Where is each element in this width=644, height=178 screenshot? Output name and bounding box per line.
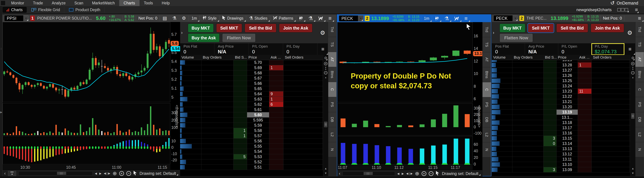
ppsi-tab-ps[interactable]: PS [328, 97, 336, 112]
ask-size-cell[interactable] [578, 120, 592, 125]
price-cell[interactable]: 13.22 [556, 94, 578, 99]
scroll-right-small-icon[interactable]: ▸ [402, 172, 404, 176]
ask-size-cell[interactable] [269, 86, 284, 91]
price-cell[interactable]: 13.09 [556, 167, 578, 172]
peck-tab-ps[interactable]: PS [482, 97, 491, 112]
scroll-left-icon[interactable]: ‹ [339, 172, 340, 176]
buy-orders-cell[interactable] [202, 97, 234, 102]
chevron-down-icon[interactable]: ▼ [23, 15, 28, 21]
bid-size-cell[interactable] [234, 97, 247, 102]
sell-orders-cell[interactable] [284, 128, 323, 133]
price-cell[interactable]: 5.54 [247, 149, 269, 154]
chart-scrollbar-thumb[interactable]: ||| [364, 172, 373, 175]
studies-menu[interactable]: ⚗Studies [246, 14, 270, 22]
price-cell[interactable]: 13.20 [556, 104, 578, 109]
sell-orders-cell[interactable] [592, 115, 630, 120]
bid-size-cell[interactable] [544, 73, 556, 78]
buy-orders-cell[interactable] [202, 160, 234, 165]
ask-size-cell[interactable] [269, 70, 284, 75]
bid-size-cell[interactable] [234, 160, 247, 165]
ask-size-cell[interactable] [269, 81, 284, 86]
price-cell[interactable]: 13.21 [556, 99, 578, 104]
panel-menu-icon[interactable]: ≡ [462, 15, 470, 22]
ppsi-tab-trd[interactable]: Trd [328, 22, 336, 37]
price-cell[interactable]: 13.27 [556, 68, 578, 73]
studies-flask-icon[interactable]: ⚗ [442, 15, 452, 22]
sell-orders-cell[interactable] [284, 65, 323, 70]
sell-orders-cell[interactable] [284, 107, 323, 112]
ask-size-cell[interactable] [578, 146, 592, 151]
buy-orders-cell[interactable] [512, 152, 544, 157]
bid-size-cell[interactable] [234, 81, 247, 86]
position-menu-icon[interactable]: ≡ [624, 43, 636, 55]
scroll-left-small-icon[interactable]: ◂ [397, 172, 400, 176]
scroll-left-icon[interactable]: ‹ [4, 171, 6, 176]
bid-size-cell[interactable] [544, 62, 556, 68]
buy-orders-cell[interactable] [512, 78, 544, 83]
bid-size-cell[interactable]: 1 [234, 128, 247, 133]
menu-item-tools[interactable]: Tools [140, 0, 158, 6]
buy-orders-cell[interactable] [512, 115, 544, 120]
buy-orders-cell[interactable] [512, 68, 544, 73]
buy-orders-cell[interactable] [202, 81, 234, 86]
bid-size-cell[interactable] [234, 76, 247, 81]
ppsi-tab-btns[interactable]: Btns [328, 67, 336, 82]
column-header-sellorders[interactable]: Sell Orders [592, 55, 630, 60]
chart-scrollbar-thumb[interactable]: ||| [57, 172, 66, 175]
column-header-volume[interactable]: Volume [492, 55, 512, 60]
sell-orders-cell[interactable] [284, 149, 323, 154]
price-cell[interactable]: 5.51 [247, 165, 269, 170]
sell-orders-cell[interactable] [592, 120, 630, 125]
link-badge[interactable]: 2 [519, 15, 524, 21]
ppsi-tab-l2[interactable]: L2 [328, 127, 336, 142]
bid-size-cell[interactable]: 5 [234, 154, 247, 159]
price-cell[interactable]: 13.14 [556, 141, 578, 146]
peck2-tab-btns[interactable]: Btns [636, 67, 644, 82]
collapse-chevron-icon[interactable]: › [493, 30, 494, 35]
order-button-buy-mkt[interactable]: Buy MKT [500, 24, 525, 32]
buy-orders-cell[interactable] [512, 131, 544, 136]
buy-orders-cell[interactable] [512, 99, 544, 104]
buy-orders-cell[interactable] [202, 112, 234, 117]
ask-size-cell[interactable] [269, 160, 284, 165]
style-candle-icon[interactable] [296, 14, 306, 22]
bid-size-cell[interactable] [234, 70, 247, 75]
price-cell[interactable]: 5.59 [247, 123, 269, 128]
ask-size-cell[interactable] [578, 167, 592, 172]
buy-orders-cell[interactable] [512, 62, 544, 68]
price-cell[interactable]: 5.55 [247, 144, 269, 149]
collapse-chevron-icon[interactable]: › [181, 30, 183, 35]
price-cell[interactable]: 13.15 [556, 136, 578, 141]
price-cell[interactable]: 13.25 [556, 78, 578, 83]
sell-orders-cell[interactable] [284, 70, 323, 75]
panel-menu-icon[interactable]: ≡ [326, 14, 334, 22]
peck-tab-l2[interactable]: L2 [482, 127, 491, 142]
order-button-sell-mkt[interactable]: Sell MKT [528, 24, 554, 32]
buy-orders-cell[interactable] [512, 162, 544, 167]
sell-orders-cell[interactable] [592, 125, 630, 130]
sell-orders-cell[interactable] [592, 78, 630, 83]
ask-size-cell[interactable] [578, 94, 592, 99]
price-cell[interactable]: 5.67 [247, 76, 269, 81]
ppsi-tab-at[interactable]: AT [328, 52, 336, 67]
bid-size-cell[interactable] [234, 65, 247, 70]
bid-size-cell[interactable] [234, 144, 247, 149]
sell-orders-cell[interactable] [284, 123, 323, 128]
price-cell[interactable]: 5.62 [247, 102, 269, 107]
price-cell[interactable]: 13.12 [556, 152, 578, 157]
bid-size-cell[interactable] [544, 89, 556, 94]
price-cell[interactable]: 13.24 [556, 83, 578, 88]
bid-size-cell[interactable] [234, 91, 247, 96]
bid-size-cell[interactable] [234, 60, 247, 65]
buy-orders-cell[interactable] [202, 91, 234, 96]
ppsi-tab-c[interactable]: C [328, 82, 336, 97]
ask-size-cell[interactable] [578, 125, 592, 130]
bid-size-cell[interactable] [234, 149, 247, 154]
chevron-down-icon[interactable]: ▼ [512, 15, 518, 21]
ask-size-cell[interactable] [578, 131, 592, 136]
ask-size-cell[interactable]: 1 [269, 65, 284, 70]
panel-menu-icon[interactable]: ≡ [635, 14, 644, 22]
peck2-tab-l2[interactable]: L2 [636, 127, 644, 142]
buy-orders-cell[interactable] [202, 102, 234, 107]
price-cell[interactable]: 13.1... [556, 115, 578, 120]
